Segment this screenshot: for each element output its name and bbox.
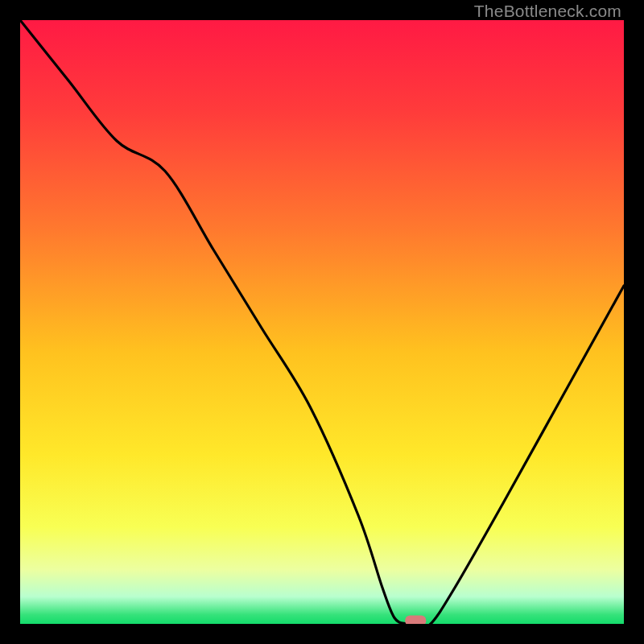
bottleneck-chart	[20, 20, 624, 624]
watermark-text: TheBottleneck.com	[474, 2, 621, 21]
gradient-background	[20, 20, 624, 624]
optimal-marker	[405, 616, 426, 625]
chart-frame	[20, 20, 624, 624]
